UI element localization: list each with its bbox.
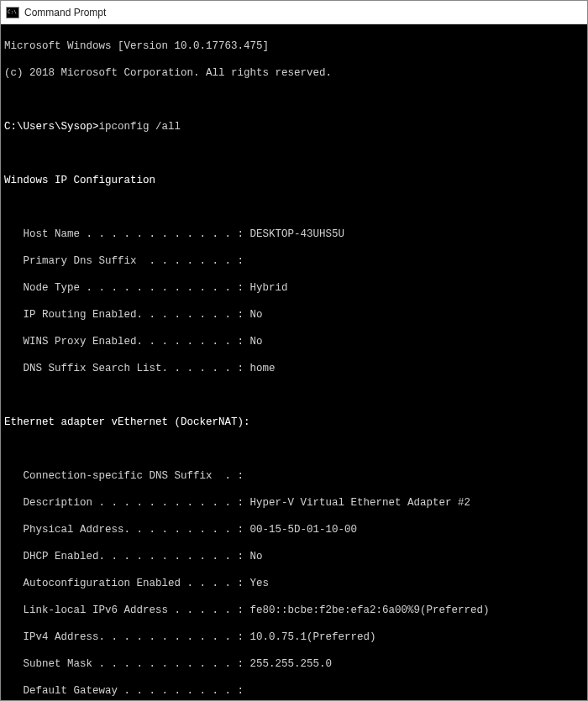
cmd-icon [6, 7, 19, 18]
dockernat-dhcp-enabled: DHCP Enabled. . . . . . . . . . . : No [4, 550, 584, 563]
prompt-line: C:\Users\Sysop>ipconfig /all [4, 120, 584, 133]
blank [4, 389, 584, 402]
dockernat-subnet: Subnet Mask . . . . . . . . . . . : 255.… [4, 657, 584, 671]
section-dockernat-title: Ethernet adapter vEthernet (DockerNAT): [4, 416, 584, 429]
dockernat-autoconf: Autoconfiguration Enabled . . . . : Yes [4, 577, 584, 590]
primary-dns-suffix: Primary Dns Suffix . . . . . . . : [4, 254, 584, 268]
section-ipconfig-title: Windows IP Configuration [4, 174, 584, 187]
command-prompt-window: Command Prompt Microsoft Windows [Versio… [0, 0, 588, 701]
titlebar[interactable]: Command Prompt [1, 1, 587, 24]
dockernat-ipv4: IPv4 Address. . . . . . . . . . . : 10.0… [4, 630, 584, 644]
blank [4, 147, 584, 160]
host-name: Host Name . . . . . . . . . . . . : DESK… [4, 228, 584, 241]
os-version-line: Microsoft Windows [Version 10.0.17763.47… [4, 39, 584, 53]
dns-suffix-search-list: DNS Suffix Search List. . . . . . : home [4, 362, 584, 375]
window-title: Command Prompt [24, 7, 106, 18]
dockernat-gateway: Default Gateway . . . . . . . . . : [4, 684, 584, 698]
copyright-line: (c) 2018 Microsoft Corporation. All righ… [4, 66, 584, 80]
dockernat-description: Description . . . . . . . . . . . : Hype… [4, 496, 584, 510]
dockernat-conn-suffix: Connection-specific DNS Suffix . : [4, 469, 584, 483]
dockernat-physical-address: Physical Address. . . . . . . . . : 00-1… [4, 523, 584, 536]
blank [4, 93, 584, 107]
prompt-path: C:\Users\Sysop> [4, 121, 99, 133]
wins-proxy-enabled: WINS Proxy Enabled. . . . . . . . : No [4, 335, 584, 348]
prompt-command: ipconfig /all [99, 121, 181, 133]
terminal-output[interactable]: Microsoft Windows [Version 10.0.17763.47… [1, 24, 587, 700]
node-type: Node Type . . . . . . . . . . . . : Hybr… [4, 281, 584, 295]
ip-routing-enabled: IP Routing Enabled. . . . . . . . : No [4, 308, 584, 322]
dockernat-linklocal-ipv6: Link-local IPv6 Address . . . . . : fe80… [4, 604, 584, 617]
blank [4, 201, 584, 214]
blank [4, 442, 584, 456]
